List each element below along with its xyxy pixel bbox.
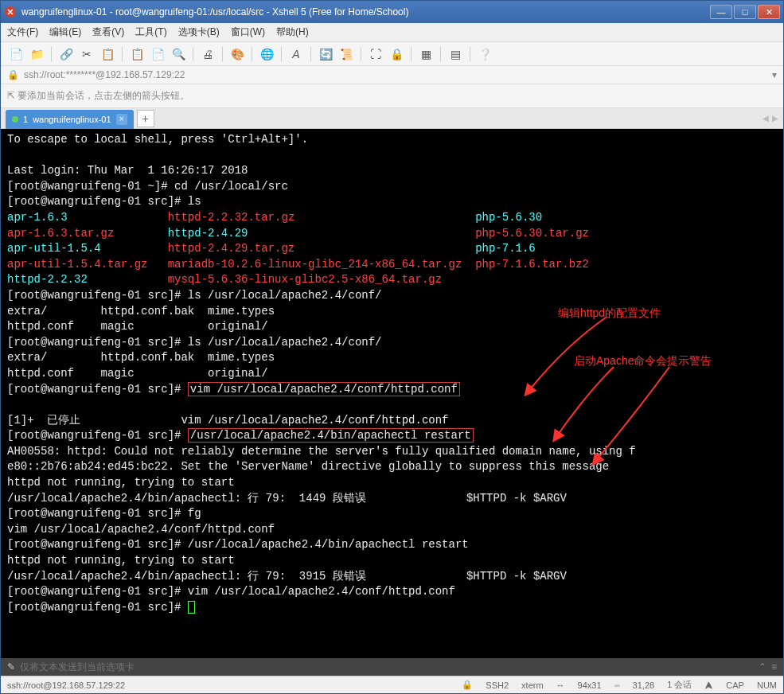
tab-index: 1 — [23, 115, 28, 124]
status-num: NUM — [757, 680, 777, 690]
boxed-restart-cmd: /usr/local/apache2.4/bin/apachectl resta… — [188, 428, 474, 443]
address-bar: 🔒 ▾ — [1, 66, 783, 84]
copy-icon[interactable]: 📋 — [128, 45, 146, 63]
menu-tools[interactable]: 工具(T) — [135, 25, 166, 39]
input-up-icon[interactable]: ⌃ — [759, 661, 766, 673]
hint-bar: ⇱ 要添加当前会话，点击左侧的箭头按钮。 — [1, 84, 783, 108]
tab-bar: 1 wangruifenglinux-01 × + ◀ ▶ — [1, 108, 783, 129]
cursor — [188, 601, 195, 614]
input-menu-icon[interactable]: ≡ — [771, 661, 777, 673]
annotation-edit-config: 编辑httpd的配置文件 — [558, 306, 661, 322]
hint-icon: ⇱ — [7, 90, 18, 101]
status-pos-icon: ⎓ — [614, 680, 620, 690]
menu-view[interactable]: 查看(V) — [92, 25, 124, 39]
status-ssh: SSH2 — [486, 680, 509, 690]
input-icon: ✎ — [7, 661, 15, 673]
globe-icon[interactable]: 🌐 — [258, 45, 275, 63]
script-icon[interactable]: 📜 — [337, 45, 355, 63]
tile-icon[interactable]: ▤ — [447, 45, 464, 63]
status-sessions: 1 会话 — [667, 679, 692, 691]
tab-prev-icon[interactable]: ◀ — [763, 114, 769, 123]
term-escape: To escape to local shell, press 'Ctrl+Al… — [7, 133, 308, 146]
close-button[interactable]: ✕ — [758, 5, 780, 19]
session-tab[interactable]: 1 wangruifenglinux-01 × — [6, 110, 134, 129]
boxed-vim-cmd: vim /usr/local/apache2.4/conf/httpd.conf — [188, 382, 460, 396]
maximize-button[interactable]: □ — [734, 5, 756, 19]
fullscreen-icon[interactable]: ⛶ — [367, 45, 384, 63]
send-input[interactable] — [20, 661, 754, 673]
status-dot-icon — [12, 116, 18, 123]
status-cap: CAP — [726, 680, 744, 690]
paste-icon[interactable]: 📄 — [149, 45, 166, 63]
address-input[interactable] — [24, 69, 767, 80]
window-controls: — □ ✕ — [710, 5, 780, 19]
terminal-area[interactable]: To escape to local shell, press 'Ctrl+Al… — [1, 129, 783, 658]
color-icon[interactable]: 🎨 — [228, 45, 246, 63]
titlebar: wangruifenglinux-01 - root@wangruifeng-0… — [1, 1, 783, 23]
tab-close-icon[interactable]: × — [116, 114, 127, 125]
reload-icon[interactable]: 🔄 — [317, 45, 334, 63]
tab-nav: ◀ ▶ — [763, 114, 778, 123]
tab-next-icon[interactable]: ▶ — [772, 114, 778, 123]
input-bar: ✎ ⌃ ≡ — [1, 658, 783, 676]
properties-icon[interactable]: 📋 — [99, 45, 116, 63]
status-term: xterm — [521, 680, 544, 690]
window-title: wangruifenglinux-01 - root@wangruifeng-0… — [21, 6, 710, 18]
status-sessions-icon[interactable]: ⮝ — [704, 680, 713, 690]
annotation-restart-warn: 启动Apache命令会提示警告 — [574, 353, 712, 369]
menu-help[interactable]: 帮助(H) — [276, 25, 309, 39]
menubar: 文件(F) 编辑(E) 查看(V) 工具(T) 选项卡(B) 窗口(W) 帮助(… — [1, 23, 783, 42]
help-icon[interactable]: ❔ — [476, 45, 493, 63]
term-lastlogin: Last login: Thu Mar 1 16:26:17 2018 — [7, 164, 248, 177]
font-icon[interactable]: A — [287, 45, 305, 63]
tab-label: wangruifenglinux-01 — [33, 115, 111, 124]
open-folder-icon[interactable]: 📁 — [28, 45, 45, 63]
layout-icon[interactable]: ▦ — [417, 45, 435, 63]
minimize-button[interactable]: — — [710, 5, 732, 19]
app-icon — [4, 6, 17, 18]
status-lock-icon: 🔒 — [462, 680, 473, 690]
menu-window[interactable]: 窗口(W) — [231, 25, 265, 39]
search-icon[interactable]: 🔍 — [170, 45, 187, 63]
print-icon[interactable]: 🖨 — [199, 45, 216, 63]
status-pos: 31,28 — [633, 680, 655, 690]
hint-text: 要添加当前会话，点击左侧的箭头按钮。 — [18, 90, 189, 101]
status-size: 94x31 — [578, 680, 602, 690]
status-size-icon: ↔ — [556, 680, 565, 690]
term-prompt: [root@wangruifeng-01 ~]# — [7, 180, 174, 193]
toolbar: 📄 📁 🔗 ✂ 📋 📋 📄 🔍 🖨 🎨 🌐 A 🔄 📜 ⛶ 🔒 ▦ ▤ ❔ — [1, 42, 783, 66]
lock-icon[interactable]: 🔒 — [388, 45, 405, 63]
status-bar: ssh://root@192.168.57.129:22 🔒 SSH2 xter… — [1, 676, 783, 693]
address-dropdown-icon[interactable]: ▾ — [772, 69, 777, 80]
menu-tab[interactable]: 选项卡(B) — [178, 25, 220, 39]
status-connection: ssh://root@192.168.57.129:22 — [7, 680, 449, 690]
new-session-icon[interactable]: 📄 — [7, 45, 25, 63]
menu-file[interactable]: 文件(F) — [7, 25, 38, 39]
add-tab-button[interactable]: + — [137, 110, 154, 127]
arrow-icon — [550, 363, 622, 443]
disconnect-icon[interactable]: ✂ — [78, 45, 96, 63]
reconnect-icon[interactable]: 🔗 — [57, 45, 75, 63]
menu-edit[interactable]: 编辑(E) — [49, 25, 81, 39]
lock-indicator-icon: 🔒 — [7, 69, 19, 80]
